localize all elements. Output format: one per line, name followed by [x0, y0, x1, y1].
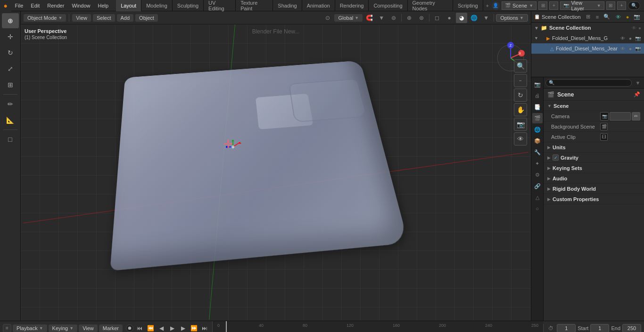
outliner-item-jeans-group[interactable]: ▼ ▶ Folded_Diesel_Mens_G 👁 ● 📷	[531, 33, 644, 43]
outliner-item-jeans-mesh[interactable]: ▶ △ Folded_Diesel_Mens_Jear 👁 ● 📷	[531, 43, 644, 54]
view-menu[interactable]: View	[72, 14, 91, 22]
rotate-view-button[interactable]: ↻	[514, 89, 527, 102]
workspace-tab-shading[interactable]: Shading	[273, 0, 302, 11]
eye-icon-2[interactable]: 👁	[619, 45, 626, 52]
workspace-tab-uv-editing[interactable]: UV Editing	[204, 0, 236, 11]
hide-overlays-button[interactable]: 👁	[514, 132, 527, 146]
select-icon-1[interactable]: ●	[627, 35, 634, 41]
jump-end-btn[interactable]: ⏭	[200, 324, 209, 332]
options-button[interactable]: Options ▼	[496, 14, 528, 22]
custom-props-section-toggle[interactable]: ▶ Custom Properties	[544, 194, 644, 204]
shading-material[interactable]: ◕	[456, 13, 467, 23]
prop-object-icon[interactable]: 📦	[532, 136, 543, 146]
transform-orientation[interactable]: Global ▼	[334, 14, 363, 22]
start-frame-input[interactable]: 1	[590, 324, 609, 332]
prev-keyframe-btn[interactable]: ⏪	[146, 324, 155, 332]
play-record-button[interactable]: ⏺	[126, 324, 133, 332]
zoom-in-button[interactable]: 🔍	[514, 59, 527, 73]
tool-scale[interactable]: ⤢	[2, 61, 19, 76]
tool-transform[interactable]: ⊞	[2, 77, 19, 92]
scene-new-button[interactable]: +	[549, 1, 558, 10]
marker-btn[interactable]: Marker	[99, 324, 123, 332]
eye-icon-1[interactable]: 👁	[619, 35, 626, 41]
prop-view-layer-icon[interactable]: 📑	[532, 102, 543, 112]
camera-name-field[interactable]	[610, 112, 631, 121]
object-mode-selector[interactable]: Object Mode ▼	[24, 14, 66, 22]
snap-toggle[interactable]: 🧲	[363, 13, 375, 23]
render-icon-1[interactable]: 📷	[635, 35, 641, 41]
tool-cursor[interactable]: ⊕	[2, 13, 19, 28]
prop-modifier-icon[interactable]: 🔧	[532, 147, 543, 157]
shading-wireframe[interactable]: ◻	[431, 13, 443, 23]
workspace-tab-sculpting[interactable]: Sculpting	[173, 0, 204, 11]
end-frame-input[interactable]: 250	[622, 324, 641, 332]
gravity-section-toggle[interactable]: ▶ Gravity	[544, 153, 644, 163]
collection-eye-icon[interactable]: 👁	[632, 25, 636, 31]
jeans-3d-object[interactable]	[110, 60, 408, 271]
camera-view-button[interactable]: 📷	[514, 118, 527, 131]
prop-physics-icon[interactable]: ⚙	[532, 170, 543, 180]
units-section-toggle[interactable]: ▶ Units	[544, 142, 644, 153]
select-menu[interactable]: Select	[93, 14, 115, 22]
transform-pivot-button[interactable]: ⊙	[322, 13, 333, 23]
outliner-filter-btn[interactable]: ⊞	[584, 13, 592, 21]
prop-scene-icon[interactable]: 🎬	[532, 113, 543, 123]
next-frame-btn[interactable]: ▶	[178, 324, 188, 332]
shading-solid[interactable]: ●	[444, 13, 455, 23]
object-menu[interactable]: Object	[135, 14, 158, 22]
pin-icon[interactable]: 📌	[634, 91, 640, 97]
global-search[interactable]: 🔍	[628, 1, 640, 10]
prop-output-icon[interactable]: 🖨	[532, 90, 543, 101]
prop-world-icon[interactable]: 🌐	[532, 124, 543, 135]
tool-measure[interactable]: 📐	[2, 113, 19, 128]
prop-render-icon[interactable]: 📷	[532, 79, 543, 89]
keying-btn[interactable]: Keying ▼	[49, 324, 78, 332]
workspace-tab-texture-paint[interactable]: Texture Paint	[236, 0, 273, 11]
workspace-tab-layout[interactable]: Layout	[116, 0, 141, 11]
outliner-eye-col[interactable]: 👁	[614, 13, 622, 21]
scene-selector[interactable]: 🎬 Scene ▼	[502, 1, 537, 10]
gravity-checkbox[interactable]	[553, 154, 559, 161]
scene-subsection-toggle[interactable]: ▼ Scene	[544, 101, 644, 111]
tool-move[interactable]: ✛	[2, 29, 19, 44]
zoom-out-button[interactable]: −	[514, 74, 527, 87]
pan-view-button[interactable]: ✋	[514, 103, 527, 116]
snap-options[interactable]: ▼	[376, 13, 387, 23]
view-layer-new-button[interactable]: +	[617, 1, 626, 10]
workspace-tab-modeling[interactable]: Modeling	[141, 0, 173, 11]
view-layer-options-button[interactable]: ⊞	[606, 1, 615, 10]
menu-help[interactable]: Help	[94, 0, 113, 11]
menu-edit[interactable]: Edit	[27, 0, 43, 11]
prop-constraints-icon[interactable]: 🔗	[532, 181, 543, 191]
camera-edit-button[interactable]: ✏	[632, 112, 640, 121]
menu-render[interactable]: Render	[43, 0, 68, 11]
timeline-menu-btn[interactable]: ≡	[3, 324, 11, 332]
properties-search-input[interactable]: 🔍	[545, 79, 632, 87]
proportional-edit[interactable]: ⊚	[388, 13, 399, 23]
select-icon-2[interactable]: ●	[627, 45, 634, 52]
shading-options[interactable]: ▼	[480, 13, 492, 23]
audio-section-toggle[interactable]: ▶ Audio	[544, 173, 644, 184]
tool-annotate[interactable]: ✏	[2, 97, 19, 112]
menu-window[interactable]: Window	[68, 0, 94, 11]
prop-data-icon[interactable]: △	[532, 192, 543, 202]
workspace-tab-geometry-nodes[interactable]: Geometry Nodes	[408, 0, 453, 11]
play-btn[interactable]: ▶	[167, 324, 177, 332]
overlay-toggle[interactable]: ⊕	[404, 13, 415, 23]
view-layer-selector[interactable]: 📷 View Layer ▼	[560, 1, 604, 10]
properties-filter-icon[interactable]: ▼	[634, 79, 642, 87]
outliner-select-col[interactable]: ●	[623, 13, 632, 21]
shading-rendered[interactable]: 🌐	[468, 13, 479, 23]
workspace-tab-animation[interactable]: Animation	[302, 0, 335, 11]
prev-frame-btn[interactable]: ◀	[157, 324, 166, 332]
prop-material-icon[interactable]: ○	[532, 203, 543, 214]
fps-indicator[interactable]: ⏱	[546, 324, 555, 332]
user-avatar[interactable]: 👤	[492, 1, 500, 10]
playback-btn[interactable]: Playback ▼	[13, 324, 47, 332]
timeline-ruler[interactable]: 0 40 80 120 160 200 240 250	[213, 321, 543, 332]
outliner-sort-btn[interactable]: ≡	[593, 13, 602, 21]
next-keyframe-btn[interactable]: ⏩	[189, 324, 198, 332]
workspace-tab-scripting[interactable]: Scripting	[453, 0, 483, 11]
scene-options-button[interactable]: ⊞	[538, 1, 547, 10]
collection-expand-icon[interactable]: ▼	[534, 25, 539, 31]
